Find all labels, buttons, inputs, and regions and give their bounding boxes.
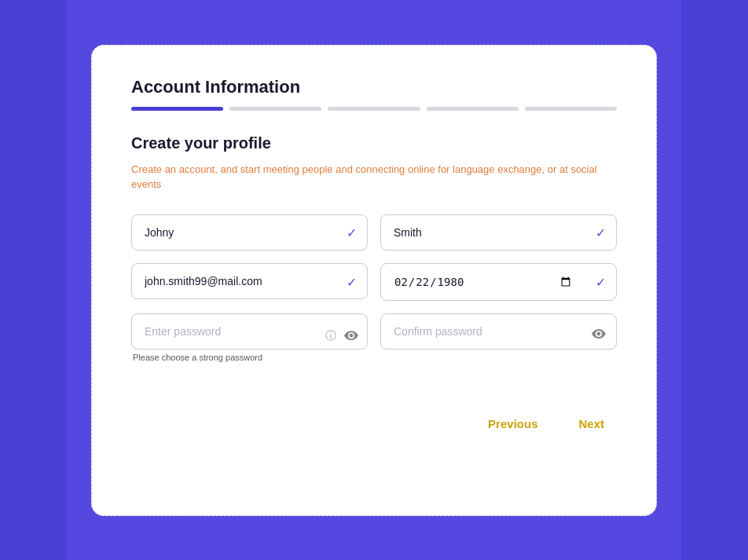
progress-bar-4 bbox=[427, 107, 519, 111]
last-name-check-icon: ✓ bbox=[596, 225, 606, 240]
previous-button[interactable]: Previous bbox=[475, 409, 550, 438]
confirm-password-input[interactable] bbox=[380, 313, 617, 350]
progress-bars bbox=[131, 107, 617, 111]
dob-input[interactable] bbox=[380, 263, 617, 301]
progress-bar-5 bbox=[525, 107, 617, 111]
password-wrapper: ⓘ Please choose a strong password bbox=[131, 313, 368, 362]
progress-bar-3 bbox=[328, 107, 420, 111]
email-wrapper: ✓ bbox=[131, 263, 368, 301]
email-check-icon: ✓ bbox=[346, 274, 357, 289]
left-accent bbox=[0, 0, 67, 560]
dob-check-icon: ✓ bbox=[596, 274, 606, 289]
last-name-wrapper: ✓ bbox=[380, 214, 617, 251]
next-button[interactable]: Next bbox=[566, 409, 617, 438]
password-eye-icon[interactable] bbox=[344, 329, 358, 343]
name-row: ✓ ✓ bbox=[131, 214, 617, 251]
first-name-input[interactable] bbox=[131, 214, 368, 251]
confirm-password-wrapper bbox=[380, 313, 617, 362]
first-name-wrapper: ✓ bbox=[131, 214, 368, 251]
form-footer: Previous Next bbox=[131, 401, 617, 438]
form-grid: ✓ ✓ ✓ bbox=[131, 214, 617, 362]
progress-section: Account Information bbox=[131, 77, 617, 111]
main-card: Account Information Create your profile … bbox=[91, 45, 657, 516]
page-title: Account Information bbox=[131, 77, 617, 97]
info-icon: ⓘ bbox=[325, 329, 336, 343]
right-accent bbox=[681, 0, 748, 560]
password-icons: ⓘ bbox=[325, 329, 358, 343]
email-input[interactable] bbox=[131, 263, 368, 299]
progress-bar-1 bbox=[131, 107, 223, 111]
password-row: ⓘ Please choose a strong password bbox=[131, 313, 617, 362]
page-background: Account Information Create your profile … bbox=[0, 0, 748, 560]
dob-wrapper: ✓ bbox=[380, 263, 617, 301]
form-subtitle: Create an account, and start meeting peo… bbox=[131, 162, 617, 192]
confirm-password-eye-icon[interactable] bbox=[592, 328, 606, 342]
progress-bar-2 bbox=[229, 107, 321, 111]
last-name-input[interactable] bbox=[380, 214, 617, 251]
form-section: Create your profile Create an account, a… bbox=[131, 134, 617, 362]
password-hint: Please choose a strong password bbox=[131, 353, 368, 362]
form-section-title: Create your profile bbox=[131, 134, 617, 152]
email-dob-row: ✓ ✓ bbox=[131, 263, 617, 301]
first-name-check-icon: ✓ bbox=[346, 225, 357, 240]
